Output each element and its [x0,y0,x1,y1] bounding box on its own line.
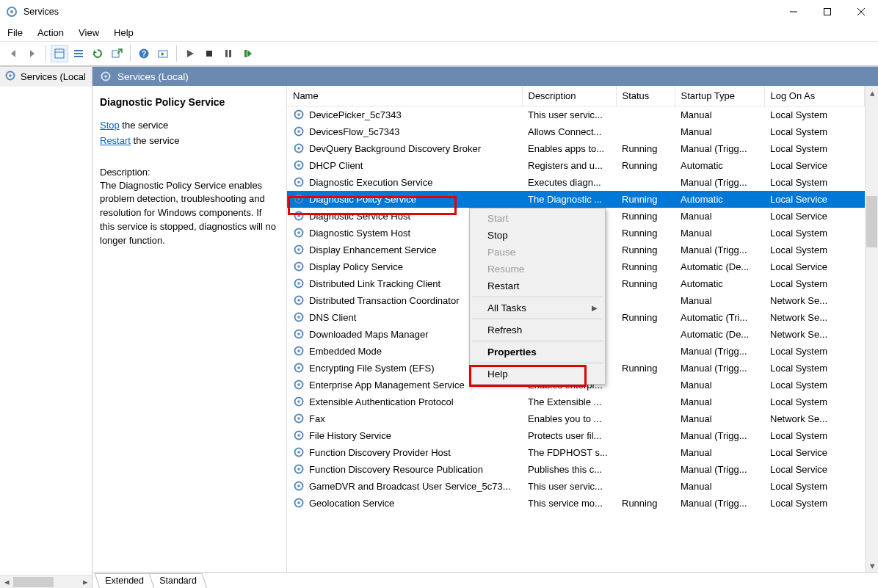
service-description: The FDPHOST s... [522,444,616,461]
gear-icon [293,497,305,509]
column-description[interactable]: Description [522,86,616,106]
service-startup: Manual (Trigg... [675,360,764,377]
tab-extended[interactable]: Extended [95,573,154,588]
column-status[interactable]: Status [616,86,675,106]
service-row[interactable]: DHCP ClientRegisters and u...RunningAuto… [287,157,865,174]
service-row[interactable]: FaxEnables you to ...ManualNetwork Se... [287,410,865,427]
service-startup: Manual (Trigg... [675,242,764,258]
context-all-tasks[interactable]: All Tasks▶ [471,300,603,316]
service-description: Publishes this c... [522,461,616,478]
context-refresh[interactable]: Refresh [471,322,603,338]
scroll-down-icon[interactable]: ▾ [866,559,878,572]
menu-bar: File Action View Help [0,23,878,41]
context-help[interactable]: Help [471,366,603,382]
column-logon[interactable]: Log On As [764,86,865,106]
service-name: Enterprise App Management Service [309,380,465,391]
svg-point-32 [297,181,300,184]
restart-service-button[interactable] [239,45,256,62]
service-status [616,106,675,123]
service-row[interactable]: DevicePicker_5c7343This user servic...Ma… [287,106,865,123]
service-row[interactable]: GameDVR and Broadcast User Service_5c73.… [287,478,865,495]
svg-point-62 [297,434,300,437]
svg-rect-6 [55,49,64,58]
context-restart[interactable]: Restart [471,277,603,294]
maximize-button[interactable] [810,0,844,23]
service-row[interactable]: File History ServiceProtects user fil...… [287,427,865,444]
tree-horizontal-scrollbar[interactable]: ◂ ▸ [0,575,92,588]
svg-point-68 [297,484,300,487]
context-stop[interactable]: Stop [471,227,603,244]
menu-view[interactable]: View [79,27,99,38]
svg-point-56 [297,383,300,386]
toolbar-separator [46,46,46,62]
pane-title: Services (Local) [117,71,189,82]
main-frame: Services (Local ◂ ▸ Services (Local) Dia… [0,66,878,588]
service-row[interactable]: Function Discovery Resource PublicationP… [287,461,865,478]
scroll-up-icon[interactable]: ▴ [866,86,878,99]
service-startup: Manual [675,225,764,242]
service-row[interactable]: Diagnostic Execution ServiceExecutes dia… [287,174,865,191]
refresh-button[interactable] [89,45,106,62]
gear-icon [293,345,305,357]
minimize-button[interactable] [777,0,810,23]
service-logon: Local System [764,242,865,258]
svg-point-40 [297,248,300,251]
scroll-thumb[interactable] [866,196,877,247]
back-button[interactable] [4,45,22,62]
scroll-thumb[interactable] [13,577,54,587]
tree-item-services-local[interactable]: Services (Local [0,67,92,87]
forward-button[interactable] [23,45,41,62]
execute-button[interactable] [154,45,172,62]
service-status [616,444,675,461]
gear-icon [293,429,305,441]
column-startup[interactable]: Startup Type [675,86,764,106]
service-logon: Local System [764,478,865,495]
stop-service-link[interactable]: Stop [100,120,120,131]
gear-icon [293,413,305,424]
toolbar-separator [176,46,177,62]
menu-help[interactable]: Help [114,27,134,38]
tab-standard[interactable]: Standard [149,573,207,588]
details-button[interactable] [70,45,87,62]
svg-point-54 [297,366,300,369]
service-status: Running [616,191,675,208]
service-row[interactable]: Extensible Authentication ProtocolThe Ex… [287,393,865,410]
service-name: Embedded Mode [309,346,382,357]
export-button[interactable] [108,45,126,62]
menu-file[interactable]: File [7,27,23,38]
gear-icon [293,227,305,239]
service-startup: Manual [675,444,764,461]
menu-action[interactable]: Action [37,27,64,38]
service-startup: Automatic [675,157,764,174]
close-button[interactable] [844,0,878,23]
service-logon: Local System [764,225,865,242]
service-startup: Manual [675,292,764,309]
restart-service-link[interactable]: Restart [100,135,131,146]
service-row[interactable]: Function Discovery Provider HostThe FDPH… [287,444,865,461]
service-logon: Local System [764,140,865,157]
service-row[interactable]: Geolocation ServiceThis service mo...Run… [287,495,865,512]
service-status [616,292,675,309]
help-toolbar-button[interactable]: ? [135,45,153,62]
service-row[interactable]: DevQuery Background Discovery BrokerEnab… [287,140,865,157]
service-startup: Automatic (Tri... [675,309,764,326]
service-row[interactable]: DevicesFlow_5c7343Allows Connect...Manua… [287,123,865,140]
service-description: This user servic... [522,478,616,495]
svg-rect-17 [229,50,231,57]
gear-icon [293,294,305,306]
service-name: Diagnostic Execution Service [309,177,432,188]
start-service-button[interactable] [181,45,199,62]
scroll-right-icon[interactable]: ▸ [79,576,92,589]
service-name: File History Service [309,430,391,441]
service-row[interactable]: Diagnostic Policy ServiceThe Diagnostic … [287,191,865,208]
vertical-scrollbar[interactable]: ▴ ▾ [865,86,878,572]
pane-header: Services (Local) [92,67,878,86]
pause-service-button[interactable] [220,45,237,62]
scroll-left-icon[interactable]: ◂ [0,576,13,589]
column-name[interactable]: Name [287,86,522,106]
description-text: The Diagnostic Policy Service enables pr… [100,179,279,248]
stop-service-button[interactable] [200,45,218,62]
properties-toolbar-button[interactable] [51,45,68,62]
svg-rect-8 [74,50,83,51]
context-properties[interactable]: Properties [471,344,603,360]
